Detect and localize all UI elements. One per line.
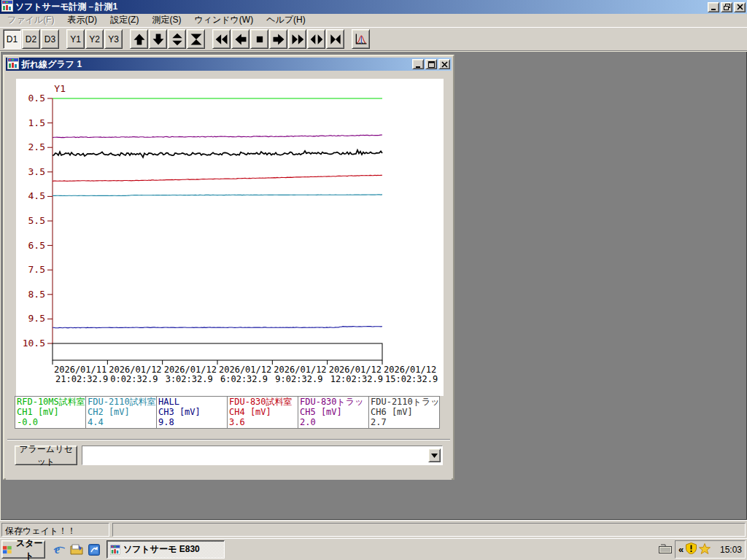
tray-chevrons[interactable]: « — [678, 544, 684, 555]
svg-text:2026/01/11: 2026/01/11 — [54, 365, 107, 375]
internet-explorer-icon[interactable]: e — [53, 543, 66, 556]
svg-text:9:02:32.9: 9:02:32.9 — [275, 374, 322, 384]
svg-text:3.5: 3.5 — [28, 166, 45, 177]
system-tray: « 15:03 — [675, 540, 746, 559]
svg-text:12:02:32.9: 12:02:32.9 — [330, 374, 383, 384]
toolbar-button-d1[interactable]: D1 — [3, 29, 21, 49]
svg-text:4.5: 4.5 — [28, 190, 45, 201]
status-bar: 保存ウェイト！！ — [0, 520, 747, 538]
legend-cell-ch5: FDU-830トラッCH5 [mV]2.0 — [298, 397, 369, 428]
menu-bar: ファイル(F)表示(D)設定(Z)測定(S)ウィンドウ(W)ヘルプ(H) — [0, 14, 747, 27]
alarm-reset-button[interactable]: アラームリセット — [15, 446, 77, 465]
graph-window-client: 0.51.52.53.54.55.56.57.58.59.510.5Y12026… — [6, 71, 452, 480]
down-arrow-icon[interactable] — [149, 29, 167, 49]
svg-text:2026/01/12: 2026/01/12 — [329, 365, 382, 375]
menu-item[interactable]: 表示(D) — [61, 12, 104, 28]
shield-alert-icon[interactable] — [686, 542, 697, 556]
graph-minimize-button[interactable] — [412, 59, 424, 69]
left-arrow-icon[interactable] — [231, 29, 249, 49]
up-arrow-icon[interactable] — [130, 29, 148, 49]
divider — [7, 439, 450, 440]
menu-item[interactable]: 測定(S) — [145, 12, 187, 28]
desktop: ソフトサーモ計測－計測1 ファイル(F)表示(D)設定(Z)測定(S)ウィンドウ… — [0, 0, 747, 560]
svg-text:2026/01/12: 2026/01/12 — [109, 365, 161, 375]
svg-text:5.5: 5.5 — [28, 215, 45, 226]
tray-clock: 15:03 — [720, 545, 742, 555]
menu-item[interactable]: ファイル(F) — [1, 12, 61, 28]
svg-text:8.5: 8.5 — [28, 289, 45, 300]
toolbar-button-y1[interactable]: Y1 — [66, 29, 85, 49]
graph-window-title: 折れ線グラフ 1 — [21, 58, 412, 71]
double-right-triangles-icon[interactable] — [288, 29, 306, 49]
legend-cell-ch4: FDU-830試料室CH4 [mV]3.6 — [228, 397, 298, 428]
svg-text:6.5: 6.5 — [28, 240, 45, 251]
keyboard-icon[interactable] — [659, 543, 672, 556]
app-icon — [110, 545, 120, 555]
svg-text:21:02:32.9: 21:02:32.9 — [55, 374, 108, 384]
start-label: スタート — [15, 537, 44, 560]
svg-text:2.5: 2.5 — [28, 141, 45, 152]
task-button-softthermo[interactable]: ソフトサーモ E830 — [107, 540, 225, 559]
legend-cell-ch1: RFD-10MS試料室CH1 [mV]-0.0 — [15, 397, 86, 428]
svg-text:Y1: Y1 — [54, 83, 66, 94]
double-left-triangles-icon[interactable] — [212, 29, 231, 49]
right-arrow-icon[interactable] — [269, 29, 287, 49]
svg-text:3:02:32.9: 3:02:32.9 — [166, 374, 213, 384]
status-message: 保存ウェイト！！ — [1, 523, 109, 537]
graph-window: 折れ線グラフ 1 0.51.52.53.54.55.56.57.58.59.51… — [3, 55, 454, 480]
svg-text:10.5: 10.5 — [23, 338, 45, 349]
svg-text:7.5: 7.5 — [28, 264, 45, 275]
graph-close-button[interactable] — [438, 59, 450, 69]
toolbar-button-d3[interactable]: D3 — [41, 29, 59, 49]
restore-button[interactable] — [721, 2, 732, 12]
stop-square-icon[interactable] — [250, 29, 268, 49]
graph-window-icon — [7, 58, 19, 71]
minimize-button[interactable] — [708, 2, 719, 12]
toolbar: D1D2D3Y1Y2Y3 — [0, 27, 747, 51]
svg-text:1.5: 1.5 — [28, 117, 45, 128]
triangles-inward-icon[interactable] — [326, 29, 344, 49]
star-icon[interactable] — [699, 543, 711, 556]
start-button[interactable]: スタート — [1, 540, 45, 559]
legend-cell-ch2: FDU-2110試料室CH2 [mV]4.4 — [86, 397, 157, 428]
svg-text:e: e — [55, 543, 60, 556]
toolbar-button-y2[interactable]: Y2 — [85, 29, 104, 49]
svg-text:15:02:32.9: 15:02:32.9 — [385, 374, 438, 384]
toolbar-button-y3[interactable]: Y3 — [104, 29, 123, 49]
legend-cell-ch3: HALLCH3 [mV]9.8 — [157, 397, 228, 428]
hourglass-triangles-icon[interactable] — [187, 29, 205, 49]
svg-text:2026/01/12: 2026/01/12 — [384, 365, 436, 375]
close-button[interactable] — [734, 2, 746, 12]
show-desktop-icon[interactable] — [70, 543, 83, 556]
windows-logo-icon — [2, 545, 12, 555]
channels-icon[interactable] — [88, 543, 101, 556]
chart-panel: 0.51.52.53.54.55.56.57.58.59.510.5Y12026… — [16, 79, 444, 396]
alarm-combo[interactable] — [82, 446, 443, 465]
menu-item[interactable]: 設定(Z) — [104, 12, 145, 28]
toolbar-button-d2[interactable]: D2 — [22, 29, 40, 49]
svg-text:9.5: 9.5 — [28, 313, 45, 324]
combo-dropdown-arrow[interactable] — [428, 448, 441, 462]
graph-maximize-button[interactable] — [425, 59, 437, 69]
graph-window-title-bar: 折れ線グラフ 1 — [6, 58, 452, 71]
svg-text:0.5: 0.5 — [28, 93, 45, 104]
svg-text:2026/01/12: 2026/01/12 — [164, 365, 217, 375]
line-chart: 0.51.52.53.54.55.56.57.58.59.510.5Y12026… — [16, 79, 444, 396]
legend-table: RFD-10MS試料室CH1 [mV]-0.0FDU-2110試料室CH2 [m… — [15, 396, 440, 429]
triangles-outward-icon[interactable] — [307, 29, 325, 49]
svg-text:2026/01/12: 2026/01/12 — [274, 365, 326, 375]
svg-text:0:02:32.9: 0:02:32.9 — [110, 374, 158, 384]
svg-text:6:02:32.9: 6:02:32.9 — [220, 374, 268, 384]
window-title: ソフトサーモ計測－計測1 — [15, 1, 708, 13]
status-panel-2 — [112, 523, 746, 537]
up-down-triangles-icon[interactable] — [168, 29, 186, 49]
menu-item[interactable]: ウィンドウ(W) — [187, 12, 260, 28]
legend-cell-ch6: FDU-2110トラッCH6 [mV]2.7 — [369, 397, 440, 428]
taskbar: スタート e — [0, 538, 747, 560]
histogram-chart-icon[interactable] — [352, 29, 370, 49]
svg-text:2026/01/12: 2026/01/12 — [219, 365, 271, 375]
menu-item[interactable]: ヘルプ(H) — [260, 12, 312, 28]
mdi-area: 折れ線グラフ 1 0.51.52.53.54.55.56.57.58.59.51… — [0, 51, 747, 520]
task-button-label: ソフトサーモ E830 — [123, 543, 200, 556]
